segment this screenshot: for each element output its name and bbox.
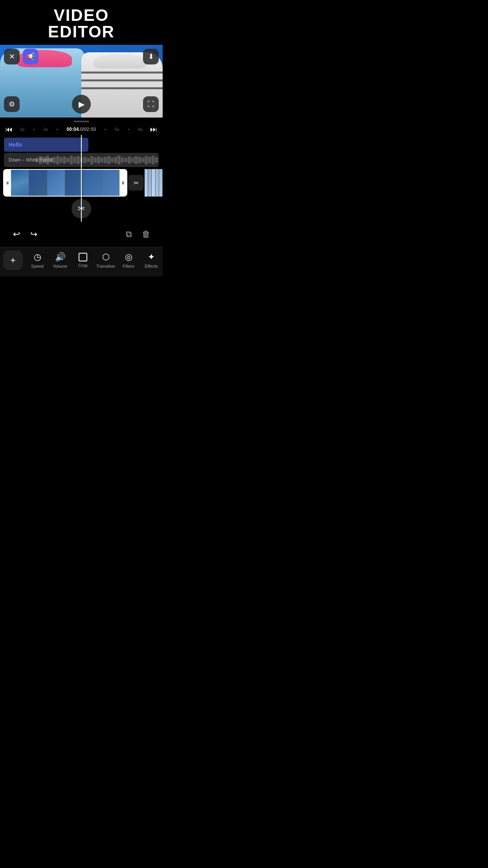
waveform-bar [60, 157, 63, 163]
undo-button[interactable]: ↩ [8, 226, 25, 243]
ruler-dot-2: • [57, 127, 58, 132]
waveform-bar [155, 157, 158, 163]
announcement-icon: 📢 [26, 52, 35, 61]
toolbar-item-filters[interactable]: ◎ Filters [119, 252, 138, 268]
waveform-bar [111, 158, 114, 163]
skip-forward-button[interactable]: ⏭ [149, 125, 159, 134]
waveform-bar [114, 157, 117, 164]
drag-handle-bar [73, 121, 89, 122]
copy-button[interactable]: ⧉ [120, 226, 138, 243]
toolbar-item-volume[interactable]: 🔊 Volume [50, 252, 70, 268]
waveform-bar [90, 156, 94, 164]
waveform-bar [70, 156, 73, 164]
waveform-bar [56, 156, 59, 164]
gear-icon: ⚙ [9, 100, 15, 108]
waveform-bar [77, 156, 80, 164]
toolbar-item-transition[interactable]: ⬡ Transition [96, 252, 116, 268]
thumb-2-1 [145, 169, 148, 197]
toolbar-item-speed[interactable]: ◷ Speed [28, 252, 47, 268]
crop-label: Crop [78, 263, 88, 268]
speed-label: Speed [31, 264, 44, 268]
filters-label: Filters [123, 264, 134, 268]
waveform-bar [73, 157, 76, 163]
waveform-bar [66, 158, 70, 162]
waveform-bar [107, 156, 110, 164]
close-button[interactable]: ✕ [4, 49, 20, 64]
drag-handle[interactable] [0, 118, 163, 124]
trash-icon: 🗑 [142, 229, 150, 239]
video-top-bar: ✕ 📢 ⬇ [0, 49, 163, 64]
waveform-bar [83, 157, 86, 164]
waveform-bar [134, 156, 138, 164]
waveform-bar [128, 156, 131, 164]
plus-icon: + [10, 255, 16, 266]
ruler-dot-4: • [128, 127, 130, 132]
app-title-line2: EDITOR [0, 24, 163, 40]
toolbar-item-effects[interactable]: ✦ Effects [141, 252, 161, 268]
playhead-line [81, 135, 82, 222]
ruler-label-5s: 5s [115, 127, 119, 132]
timeline-ruler: ⏮ 2s • 3s • 00:04.0/02:50 • 5s • 6s ⏭ [0, 124, 163, 135]
clip-thumbnails [11, 169, 119, 197]
clip-left-handle[interactable]: ⏸ [4, 169, 11, 197]
toolbar-item-crop[interactable]: Crop [73, 253, 93, 268]
pause-icon-left: ⏸ [6, 181, 9, 185]
fullscreen-button[interactable]: ⛶ [143, 96, 159, 112]
bottom-toolbar: + ◷ Speed 🔊 Volume Crop ⬡ Transition ◎ F… [0, 247, 163, 276]
effects-label: Effects [145, 264, 158, 268]
text-track[interactable]: Hello [4, 138, 88, 152]
crop-icon [79, 253, 87, 261]
thumb-6 [101, 169, 119, 197]
video-bottom-bar: ⚙ ▶ ⛶ [0, 95, 163, 114]
waveform-bar [145, 156, 148, 164]
filters-icon: ◎ [125, 252, 132, 262]
waveform-bar [124, 158, 127, 162]
skip-back-button[interactable]: ⏮ [4, 125, 14, 134]
top-left-buttons: ✕ 📢 [4, 49, 39, 64]
undo-icon: ↩ [13, 229, 20, 239]
ruler-label-3s: 3s [43, 127, 48, 132]
app-title-line1: VIDEO [0, 7, 163, 24]
audio-waveform [35, 153, 159, 167]
redo-icon: ↪ [30, 229, 37, 239]
waveform-bar [104, 157, 107, 163]
play-button[interactable]: ▶ [72, 95, 91, 114]
fullscreen-icon: ⛶ [147, 100, 154, 108]
waveform-bar [63, 156, 66, 164]
text-track-label: Hello [9, 142, 22, 148]
transition-add-button[interactable]: ✂ [128, 175, 144, 191]
ruler-dot-3: • [105, 127, 106, 132]
thumb-3 [47, 169, 65, 197]
clip-1[interactable]: ⏸ 00:02 ⏸ [3, 169, 127, 197]
transition-icon: ⬡ [102, 252, 110, 262]
announcement-button[interactable]: 📢 [23, 49, 39, 64]
video-preview: ✕ 📢 ⬇ ⚙ ▶ ⛶ [0, 45, 163, 118]
waveform-bar [97, 156, 100, 164]
redo-button[interactable]: ↪ [25, 226, 42, 243]
waveform-bar [131, 158, 134, 163]
ruler-dot-1: • [33, 127, 35, 132]
thumb-2-4 [156, 169, 159, 197]
clip-2[interactable] [145, 169, 163, 197]
volume-icon: 🔊 [55, 252, 66, 262]
toolbar-items: ◷ Speed 🔊 Volume Crop ⬡ Transition ◎ Fil… [26, 252, 163, 268]
timeline-tracks: Hello Down – White Rabbit [0, 135, 163, 222]
pause-icon-right: ⏸ [121, 181, 125, 185]
waveform-bar [152, 156, 155, 164]
current-time-display: 00:04.0/02:50 [67, 127, 96, 132]
download-button[interactable]: ⬇ [143, 49, 159, 64]
settings-button[interactable]: ⚙ [4, 96, 20, 112]
waveform-bar [121, 157, 124, 163]
thumb-2-5 [159, 169, 163, 197]
clip-right-handle[interactable]: ⏸ [119, 169, 127, 197]
audio-track-label: Down – White Rabbit [9, 157, 53, 163]
volume-label: Volume [53, 264, 68, 268]
delete-button[interactable]: 🗑 [138, 226, 155, 243]
waveform-bar [53, 157, 56, 164]
ruler-label-2s: 2s [20, 127, 25, 132]
thumb-1 [11, 169, 29, 197]
transition-label: Transition [96, 264, 115, 268]
effects-icon: ✦ [148, 252, 155, 262]
add-clip-button[interactable]: + [3, 250, 23, 270]
transition-add-icon: ✂ [134, 179, 139, 187]
